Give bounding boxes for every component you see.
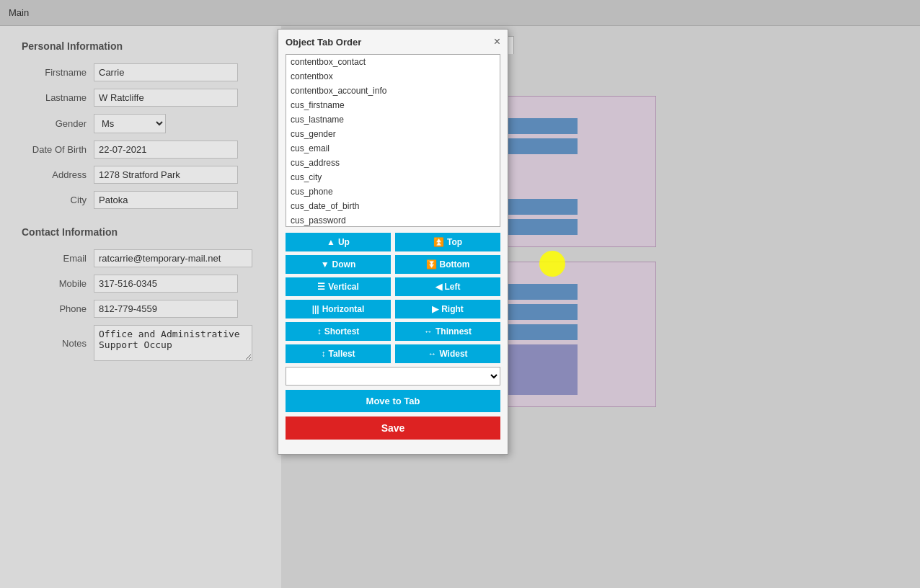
- up-arrow-icon: ▲: [327, 237, 335, 247]
- thinnest-button[interactable]: ↔ Thinnest: [395, 322, 500, 341]
- list-item-cus-city[interactable]: cus_city: [286, 170, 500, 184]
- save-button[interactable]: Save: [286, 416, 500, 440]
- list-item-contentbox-account[interactable]: contentbox_account_info: [286, 84, 500, 98]
- left-arrow-icon: ◀: [435, 282, 442, 292]
- list-item-cus-phone[interactable]: cus_phone: [286, 184, 500, 199]
- up-button[interactable]: ▲ Up: [286, 233, 391, 251]
- down-button[interactable]: ▼ Down: [286, 255, 391, 274]
- list-item-contentbox[interactable]: contentbox: [286, 69, 500, 84]
- horizontal-icon: |||: [312, 304, 319, 314]
- left-button[interactable]: ◀ Left: [395, 277, 500, 296]
- list-item-contentbox-contact[interactable]: contentbox_contact: [286, 55, 500, 69]
- list-item-cus-email[interactable]: cus_email: [286, 141, 500, 156]
- right-arrow-icon: ▶: [432, 304, 438, 314]
- btn-row-up-top: ▲ Up ⏫ Top: [286, 233, 500, 251]
- move-to-tab-button[interactable]: Move to Tab: [286, 390, 500, 412]
- right-button[interactable]: ▶ Right: [395, 300, 500, 318]
- top-arrow-icon: ⏫: [433, 237, 444, 247]
- widest-icon: ↔: [428, 349, 436, 359]
- modal-dialog: Object Tab Order × contentbox_contact co…: [278, 29, 508, 455]
- modal-header: Object Tab Order ×: [278, 30, 508, 54]
- btn-row-tallest-widest: ↕ Tallest ↔ Widest: [286, 344, 500, 363]
- list-item-cus-firstname[interactable]: cus_firstname: [286, 98, 500, 112]
- vertical-icon: ☰: [317, 282, 325, 292]
- btn-row-shortest-thinnest: ↕ Shortest ↔ Thinnest: [286, 322, 500, 341]
- modal-buttons: ▲ Up ⏫ Top ▼ Down ⏬ Bottom ☰ Vertical: [286, 233, 500, 363]
- vertical-button[interactable]: ☰ Vertical: [286, 277, 391, 296]
- shortest-button[interactable]: ↕ Shortest: [286, 322, 391, 341]
- tallest-icon: ↕: [321, 349, 325, 359]
- shortest-icon: ↕: [317, 326, 322, 337]
- horizontal-button[interactable]: ||| Horizontal: [286, 300, 391, 318]
- modal-close-button[interactable]: ×: [494, 35, 500, 48]
- list-item-cus-address[interactable]: cus_address: [286, 156, 500, 170]
- bottom-arrow-icon: ⏬: [426, 259, 437, 270]
- down-arrow-icon: ▼: [321, 259, 329, 270]
- modal-dropdown-row: [286, 367, 500, 386]
- bottom-button[interactable]: ⏬ Bottom: [395, 255, 500, 274]
- list-item-cus-gender[interactable]: cus_gender: [286, 127, 500, 141]
- list-item-cus-password[interactable]: cus_password: [286, 213, 500, 227]
- tab-dropdown[interactable]: [286, 367, 500, 386]
- list-item-cus-dob[interactable]: cus_date_of_birth: [286, 199, 500, 213]
- btn-row-horizontal-right: ||| Horizontal ▶ Right: [286, 300, 500, 318]
- thinnest-icon: ↔: [424, 326, 433, 337]
- list-item-cus-lastname[interactable]: cus_lastname: [286, 112, 500, 127]
- btn-row-down-bottom: ▼ Down ⏬ Bottom: [286, 255, 500, 274]
- widest-button[interactable]: ↔ Widest: [395, 344, 500, 363]
- btn-row-vertical-left: ☰ Vertical ◀ Left: [286, 277, 500, 296]
- top-button[interactable]: ⏫ Top: [395, 233, 500, 251]
- modal-list[interactable]: contentbox_contact contentbox contentbox…: [286, 54, 500, 227]
- tallest-button[interactable]: ↕ Tallest: [286, 344, 391, 363]
- modal-title: Object Tab Order: [286, 37, 361, 48]
